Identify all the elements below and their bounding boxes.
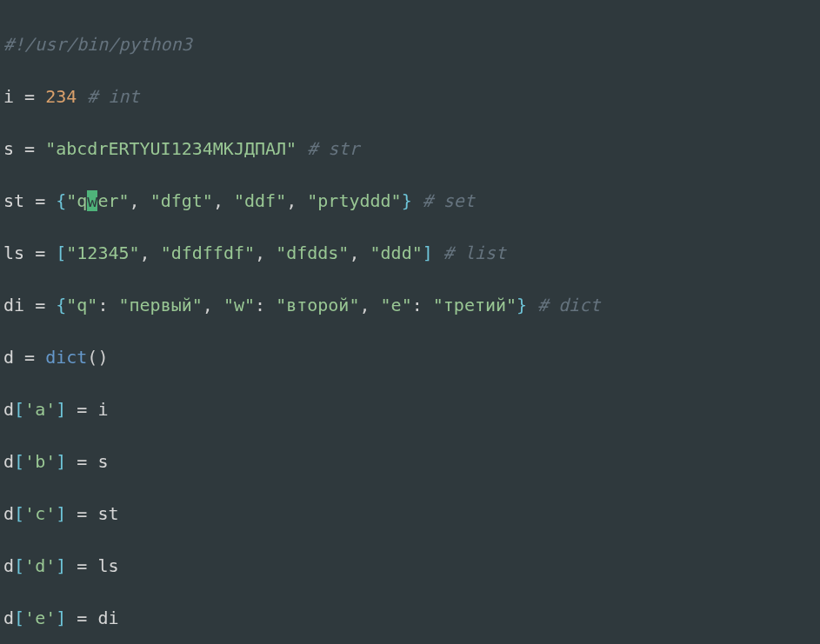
brace: { (56, 295, 66, 315)
bracket: [ (14, 607, 24, 628)
code-editor[interactable]: #!/usr/bin/python3 i = 234 # int s = "ab… (0, 0, 820, 644)
colon: : (255, 295, 276, 315)
variable: s (3, 138, 14, 159)
string: "третий" (433, 295, 517, 315)
operator: = (14, 86, 45, 107)
string: 'e' (24, 607, 56, 628)
bracket: [ (56, 242, 66, 263)
code-line: d['c'] = st (3, 501, 817, 527)
operator: = (14, 347, 45, 368)
operator: = (24, 190, 56, 211)
code-line: s = "abcdrERTYUI1234МКЈДПАЛ" # str (3, 136, 817, 162)
bracket: [ (14, 451, 24, 472)
operator: = (66, 451, 97, 472)
text-cursor: w (87, 190, 97, 211)
string: "e" (381, 295, 412, 315)
code-line: #!/usr/bin/python3 (3, 31, 817, 57)
comment: # set (412, 190, 475, 211)
string: "abcdrERTYUI1234МКЈДПАЛ" (45, 138, 297, 159)
string: "w" (223, 295, 255, 315)
bracket: [ (14, 503, 24, 524)
string: 'a' (24, 399, 56, 420)
brace: { (56, 190, 66, 211)
brace: } (517, 295, 527, 315)
string: "dfdds" (276, 242, 349, 263)
code-line: i = 234 # int (3, 83, 817, 110)
colon: : (97, 295, 118, 315)
comma: , (140, 242, 161, 263)
code-line: d['b'] = s (3, 448, 817, 475)
operator: = (66, 607, 97, 628)
string: 'c' (24, 503, 56, 524)
code-line: d['d'] = ls (3, 553, 817, 579)
builtin: dict (45, 347, 87, 368)
comma: , (130, 190, 150, 211)
variable: d (3, 451, 14, 472)
string: "ddf" (234, 190, 286, 211)
paren: () (87, 347, 108, 368)
operator: = (66, 503, 97, 524)
string: 'd' (24, 555, 56, 576)
comma: , (359, 295, 380, 315)
operator: = (24, 295, 56, 315)
number: 234 (45, 86, 77, 107)
operator: = (66, 555, 97, 576)
code-line: ls = ["12345", "dfdffdf", "dfdds", "ddd"… (3, 240, 817, 266)
comma: , (255, 242, 276, 263)
bracket: [ (14, 555, 24, 576)
variable: d (3, 555, 14, 576)
comment: # int (77, 86, 139, 107)
string: "12345" (66, 242, 139, 263)
string: "prtyddd" (307, 190, 401, 211)
string: "второй" (276, 295, 359, 315)
comment: # str (297, 138, 359, 159)
operator: = (66, 399, 97, 420)
variable: d (3, 399, 14, 420)
comma: , (349, 242, 370, 263)
bracket: ] (423, 242, 433, 263)
bracket: ] (56, 399, 66, 420)
comma: , (286, 190, 307, 211)
comma: , (203, 295, 223, 315)
string: "q (66, 190, 87, 211)
shebang: #!/usr/bin/python3 (3, 34, 192, 55)
bracket: ] (56, 607, 66, 628)
variable: d (3, 347, 14, 368)
string: "dfgt" (150, 190, 213, 211)
code-line: d = dict() (3, 344, 817, 370)
string: "q" (66, 295, 97, 315)
string: er" (97, 190, 129, 211)
string: "dfdffdf" (161, 242, 255, 263)
variable: ls (97, 555, 118, 576)
operator: = (14, 138, 45, 159)
bracket: ] (56, 503, 66, 524)
variable: st (3, 190, 24, 211)
code-line: st = {"qwer", "dfgt", "ddf", "prtyddd"} … (3, 188, 817, 214)
bracket: ] (56, 555, 66, 576)
string: "ddd" (370, 242, 423, 263)
bracket: ] (56, 451, 66, 472)
variable: s (97, 451, 108, 472)
variable: i (3, 86, 14, 107)
operator: = (24, 242, 56, 263)
code-line: di = {"q": "первый", "w": "второй", "e":… (3, 292, 817, 318)
variable: i (97, 399, 108, 420)
variable: d (3, 503, 14, 524)
variable: di (3, 295, 24, 315)
bracket: [ (14, 399, 24, 420)
brace: } (402, 190, 412, 211)
code-line: d['a'] = i (3, 396, 817, 422)
variable: ls (3, 242, 24, 263)
comment: # dict (527, 295, 600, 315)
comment: # list (433, 242, 506, 263)
colon: : (412, 295, 433, 315)
variable: di (97, 607, 118, 628)
code-line: d['e'] = di (3, 605, 817, 631)
variable: st (97, 503, 118, 524)
string: "первый" (118, 295, 202, 315)
variable: d (3, 607, 14, 628)
string: 'b' (24, 451, 56, 472)
comma: , (213, 190, 234, 211)
